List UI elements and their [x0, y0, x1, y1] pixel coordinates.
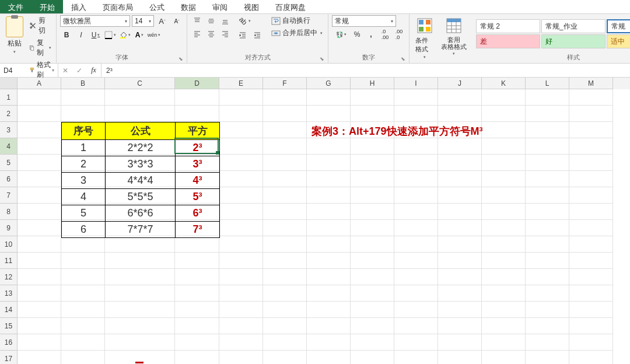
cell-G10[interactable]: [307, 236, 351, 253]
row-header-3[interactable]: 3: [0, 122, 18, 138]
border-button[interactable]: [104, 29, 117, 41]
font-color-button[interactable]: A: [133, 29, 146, 41]
menu-tab-开始[interactable]: 开始: [32, 0, 63, 13]
cell-L4[interactable]: [526, 138, 569, 155]
cell-B11[interactable]: [61, 253, 105, 269]
cell-H15[interactable]: [351, 318, 394, 334]
style-homework[interactable]: 常规_作业: [541, 19, 606, 33]
cell-E15[interactable]: [219, 318, 263, 334]
cell-C13[interactable]: [105, 285, 175, 302]
cell-D15[interactable]: [175, 318, 219, 334]
cell-D12[interactable]: [175, 269, 219, 285]
cell-K10[interactable]: [482, 236, 526, 253]
menu-tab-审阅[interactable]: 审阅: [204, 0, 236, 13]
cell-A6[interactable]: [18, 171, 61, 187]
cell-L8[interactable]: [526, 204, 569, 220]
fill-color-button[interactable]: [118, 29, 131, 41]
cell-G16[interactable]: [307, 334, 351, 351]
row-header-11[interactable]: 11: [0, 253, 18, 269]
column-header-L[interactable]: L: [526, 78, 569, 89]
cell-C14[interactable]: [105, 302, 175, 318]
cell-F5[interactable]: [263, 155, 307, 171]
cell-D17[interactable]: [175, 351, 219, 364]
row-header-8[interactable]: 8: [0, 204, 18, 220]
cell-A5[interactable]: [18, 155, 61, 171]
cell-E14[interactable]: [219, 302, 263, 318]
cell-M7[interactable]: [569, 187, 613, 204]
cell-I17[interactable]: [394, 351, 438, 364]
comma-button[interactable]: ,: [365, 29, 377, 40]
cell-D14[interactable]: [175, 302, 219, 318]
cell-H14[interactable]: [351, 302, 394, 318]
row-header-1[interactable]: 1: [0, 89, 18, 106]
cell-K12[interactable]: [482, 269, 526, 285]
cell-J10[interactable]: [438, 236, 482, 253]
cell-F10[interactable]: [263, 236, 307, 253]
cell-M15[interactable]: [569, 318, 613, 334]
cell-K7[interactable]: [482, 187, 526, 204]
cell-K2[interactable]: [482, 106, 526, 122]
cell-F9[interactable]: [263, 220, 307, 236]
decrease-font-button[interactable]: Aˇ: [170, 15, 183, 27]
column-header-E[interactable]: E: [219, 78, 263, 89]
align-center-button[interactable]: [205, 28, 218, 40]
menu-tab-数据[interactable]: 数据: [173, 0, 204, 13]
cell-H12[interactable]: [351, 269, 394, 285]
accounting-format-button[interactable]: 💱: [332, 29, 349, 40]
cell-A7[interactable]: [18, 187, 61, 204]
alignment-launcher-icon[interactable]: ⬊: [320, 56, 324, 62]
cell-F17[interactable]: [263, 351, 307, 364]
cell-G1[interactable]: [307, 89, 351, 106]
cell-I10[interactable]: [394, 236, 438, 253]
cell-E2[interactable]: [219, 106, 263, 122]
cell-I2[interactable]: [394, 106, 438, 122]
cell-K6[interactable]: [482, 171, 526, 187]
cell-L3[interactable]: [526, 122, 569, 138]
row-header-2[interactable]: 2: [0, 106, 18, 122]
cell-J17[interactable]: [438, 351, 482, 364]
cell-H8[interactable]: [351, 204, 394, 220]
cell-M8[interactable]: [569, 204, 613, 220]
cell-M10[interactable]: [569, 236, 613, 253]
cancel-formula-button[interactable]: ✕: [58, 64, 72, 77]
menu-tab-视图[interactable]: 视图: [236, 0, 267, 13]
cell-F12[interactable]: [263, 269, 307, 285]
cell-H6[interactable]: [351, 171, 394, 187]
cell-I9[interactable]: [394, 220, 438, 236]
cell-C1[interactable]: [105, 89, 175, 106]
cell-A9[interactable]: [18, 220, 61, 236]
increase-font-button[interactable]: Aˆ: [156, 15, 169, 27]
cell-B12[interactable]: [61, 269, 105, 285]
cell-B14[interactable]: [61, 302, 105, 318]
cell-F15[interactable]: [263, 318, 307, 334]
cell-F13[interactable]: [263, 285, 307, 302]
cell-A16[interactable]: [18, 334, 61, 351]
cell-E5[interactable]: [219, 155, 263, 171]
cell-L7[interactable]: [526, 187, 569, 204]
cell-F6[interactable]: [263, 171, 307, 187]
cell-C12[interactable]: [105, 269, 175, 285]
row-header-5[interactable]: 5: [0, 155, 18, 171]
cell-G9[interactable]: [307, 220, 351, 236]
column-header-A[interactable]: A: [18, 78, 61, 89]
accept-formula-button[interactable]: ✓: [72, 64, 86, 77]
column-header-B[interactable]: B: [61, 78, 105, 89]
cell-M4[interactable]: [569, 138, 613, 155]
cell-G13[interactable]: [307, 285, 351, 302]
cell-I12[interactable]: [394, 269, 438, 285]
cell-A8[interactable]: [18, 204, 61, 220]
cell-M1[interactable]: [569, 89, 613, 106]
cell-J11[interactable]: [438, 253, 482, 269]
cell-H13[interactable]: [351, 285, 394, 302]
style-normal2[interactable]: 常规 2: [476, 19, 540, 33]
menu-tab-页面布局[interactable]: 页面布局: [94, 0, 141, 13]
column-header-K[interactable]: K: [482, 78, 526, 89]
cell-H7[interactable]: [351, 187, 394, 204]
cell-D13[interactable]: [175, 285, 219, 302]
align-right-button[interactable]: [219, 28, 232, 40]
cell-L5[interactable]: [526, 155, 569, 171]
cell-G14[interactable]: [307, 302, 351, 318]
cell-J4[interactable]: [438, 138, 482, 155]
cell-C11[interactable]: [105, 253, 175, 269]
cell-A12[interactable]: [18, 269, 61, 285]
